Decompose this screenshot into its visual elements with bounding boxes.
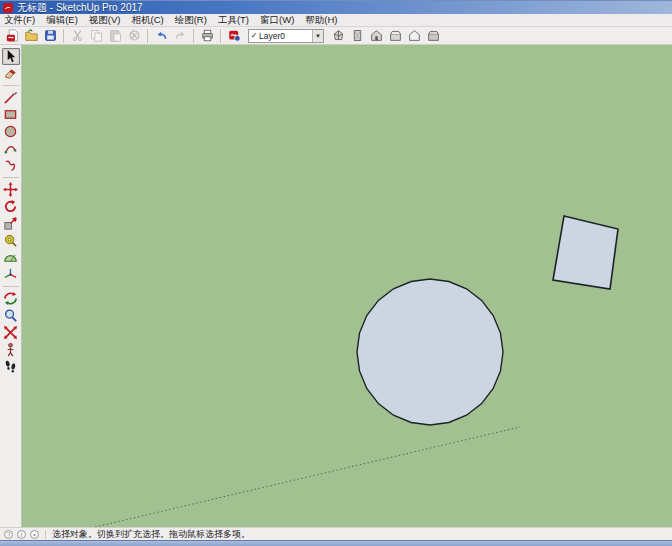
- tape-measure-tool-icon: [3, 233, 18, 248]
- arc-tool-icon: [3, 141, 18, 156]
- view-right-button[interactable]: [386, 28, 404, 44]
- eraser-tool-button[interactable]: [2, 65, 20, 82]
- save-button[interactable]: [41, 28, 59, 44]
- menu-camera[interactable]: 相机(C): [131, 14, 163, 26]
- view-top-icon: [351, 29, 364, 42]
- view-left-button[interactable]: [424, 28, 442, 44]
- drawn-square[interactable]: [553, 216, 618, 289]
- select-tool-button[interactable]: [2, 48, 20, 65]
- menubar: 文件(F) 编辑(E) 视图(V) 相机(C) 绘图(R) 工具(T) 窗口(W…: [0, 14, 672, 27]
- sketchup-window: 无标题 - SketchUp Pro 2017 文件(F) 编辑(E) 视图(V…: [0, 0, 672, 546]
- ground-plane[interactable]: [22, 45, 672, 527]
- menu-tools[interactable]: 工具(T): [218, 14, 249, 26]
- print-button[interactable]: [198, 28, 216, 44]
- windows-taskbar-edge: [0, 540, 672, 546]
- walk-tool-button[interactable]: [2, 358, 20, 375]
- cut-button[interactable]: [68, 28, 86, 44]
- scale-tool-icon: [3, 216, 18, 231]
- tool-separator: [3, 286, 19, 287]
- help-icon[interactable]: ?: [4, 530, 13, 539]
- drawn-circle[interactable]: [357, 279, 503, 425]
- zoom-tool-icon: [3, 308, 18, 323]
- copy-icon: [90, 29, 103, 42]
- erase-icon: [128, 29, 141, 42]
- new-button[interactable]: [3, 28, 21, 44]
- layer-checkmark: ✓: [249, 31, 259, 40]
- tool-palette: [0, 45, 22, 527]
- view-right-icon: [389, 29, 402, 42]
- menu-help[interactable]: 帮助(H): [305, 14, 337, 26]
- statusbar: ? i • 选择对象。切换到扩充选择。拖动鼠标选择多项。: [0, 527, 672, 540]
- arc-tool-button[interactable]: [2, 140, 20, 157]
- circle-tool-button[interactable]: [2, 123, 20, 140]
- titlebar: 无标题 - SketchUp Pro 2017: [0, 0, 672, 14]
- tool-separator: [3, 177, 19, 178]
- model-info-button[interactable]: [225, 28, 243, 44]
- erase-button[interactable]: [125, 28, 143, 44]
- drawing-canvas[interactable]: [22, 45, 672, 527]
- layer-dropdown[interactable]: ✓ Layer0 ▼: [248, 29, 324, 43]
- line-tool-button[interactable]: [2, 89, 20, 106]
- open-icon: [25, 29, 38, 42]
- circle-tool-icon: [3, 124, 18, 139]
- view-top-button[interactable]: [348, 28, 366, 44]
- freehand-tool-icon: [3, 158, 18, 173]
- rotate-tool-icon: [3, 199, 18, 214]
- open-button[interactable]: [22, 28, 40, 44]
- toolbar-separator: [63, 29, 64, 43]
- model-info-icon: [228, 29, 241, 42]
- statusbar-separator: [45, 530, 46, 539]
- undo-icon: [155, 29, 168, 42]
- save-icon: [44, 29, 57, 42]
- redo-button[interactable]: [171, 28, 189, 44]
- view-front-button[interactable]: [367, 28, 385, 44]
- eraser-tool-icon: [3, 66, 18, 81]
- menu-edit[interactable]: 编辑(E): [46, 14, 78, 26]
- menu-file[interactable]: 文件(F): [4, 14, 35, 26]
- toolbar-separator: [220, 29, 221, 43]
- print-icon: [201, 29, 214, 42]
- chevron-down-icon[interactable]: ▼: [312, 30, 323, 42]
- line-tool-icon: [3, 90, 18, 105]
- rotate-tool-button[interactable]: [2, 198, 20, 215]
- protractor-tool-icon: [3, 250, 18, 265]
- toolbar-separator: [147, 29, 148, 43]
- model-viewport[interactable]: [22, 45, 672, 527]
- copy-button[interactable]: [87, 28, 105, 44]
- paste-button[interactable]: [106, 28, 124, 44]
- credits-icon[interactable]: •: [30, 530, 39, 539]
- protractor-tool-button[interactable]: [2, 249, 20, 266]
- orbit-tool-icon: [3, 291, 18, 306]
- redo-icon: [174, 29, 187, 42]
- menu-view[interactable]: 视图(V): [89, 14, 121, 26]
- position-camera-tool-button[interactable]: [2, 341, 20, 358]
- tool-separator: [3, 85, 19, 86]
- axes-tool-button[interactable]: [2, 266, 20, 283]
- geolocate-icon[interactable]: i: [17, 530, 26, 539]
- toolbar-separator: [193, 29, 194, 43]
- rectangle-tool-button[interactable]: [2, 106, 20, 123]
- scale-tool-button[interactable]: [2, 215, 20, 232]
- layer-dropdown-value: Layer0: [259, 31, 312, 41]
- view-back-button[interactable]: [405, 28, 423, 44]
- menu-draw[interactable]: 绘图(R): [175, 14, 207, 26]
- axes-tool-icon: [3, 267, 18, 282]
- walk-tool-icon: [3, 359, 18, 374]
- position-camera-tool-icon: [3, 342, 18, 357]
- cut-icon: [71, 29, 84, 42]
- menu-window[interactable]: 窗口(W): [260, 14, 294, 26]
- orbit-tool-button[interactable]: [2, 290, 20, 307]
- view-iso-button[interactable]: [329, 28, 347, 44]
- move-tool-button[interactable]: [2, 181, 20, 198]
- status-hint: 选择对象。切换到扩充选择。拖动鼠标选择多项。: [52, 528, 250, 541]
- window-title: 无标题 - SketchUp Pro 2017: [17, 3, 143, 13]
- freehand-tool-button[interactable]: [2, 157, 20, 174]
- view-left-icon: [427, 29, 440, 42]
- zoom-extents-tool-icon: [3, 325, 18, 340]
- view-back-icon: [408, 29, 421, 42]
- zoom-extents-tool-button[interactable]: [2, 324, 20, 341]
- tape-measure-tool-button[interactable]: [2, 232, 20, 249]
- rectangle-tool-icon: [3, 107, 18, 122]
- undo-button[interactable]: [152, 28, 170, 44]
- zoom-tool-button[interactable]: [2, 307, 20, 324]
